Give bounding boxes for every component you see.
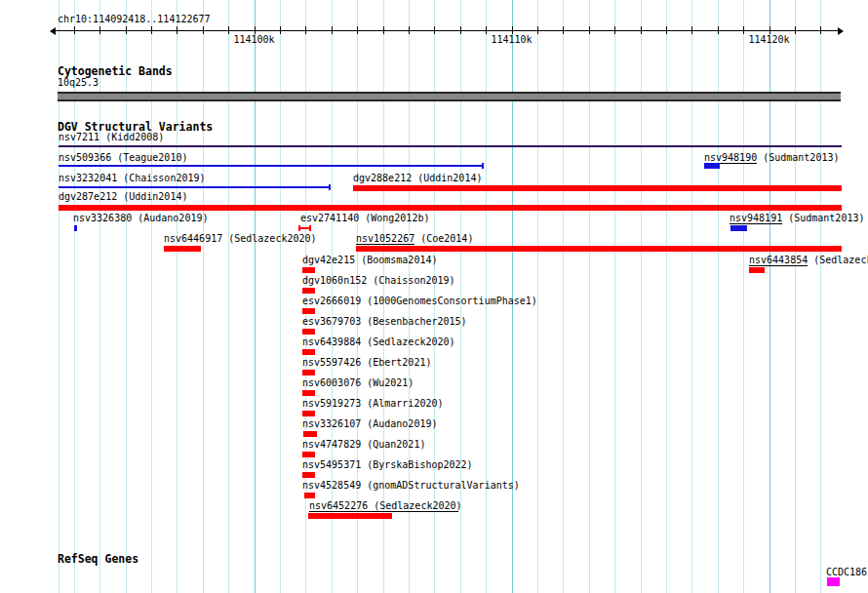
gridline-major [255,0,256,593]
ruler-tick [589,26,590,34]
variant-glyph-endcap [482,163,484,169]
ruler-tick [718,26,719,34]
variant-glyph-box[interactable] [302,390,315,396]
variant-glyph-endcap [309,225,311,231]
variant-label[interactable]: nsv3326380 (Audano2019) [73,214,208,223]
ruler-tick [691,26,692,34]
variant-glyph-box[interactable] [302,288,315,294]
ruler-tick [743,26,744,34]
variant-label[interactable]: nsv6003076 (Wu2021) [302,378,414,388]
variant-label[interactable]: nsv5597426 (Ebert2021) [302,358,431,368]
variant-glyph-box[interactable] [302,452,315,457]
variant-label[interactable]: esv2741140 (Wong2012b) [300,214,429,223]
variant-label-underline [309,511,458,512]
variant-label[interactable]: esv3679703 (Besenbacher2015) [302,317,467,327]
gridline-minor [177,0,178,593]
gridline-minor [99,0,100,593]
variant-glyph-box[interactable] [304,493,315,498]
variant-label[interactable]: nsv7211 (Kidd2008) [59,133,164,142]
ruler-tick [409,26,410,34]
ruler-tick [460,26,461,34]
variant-glyph-line[interactable] [59,165,484,167]
variant-glyph-box[interactable] [74,225,77,231]
ruler-tick [486,26,487,34]
variant-glyph-box[interactable] [704,163,720,169]
variant-glyph-box[interactable] [302,349,315,355]
cytoband-label: 10q25.3 [58,78,99,88]
variant-label[interactable]: dgv287e212 (Uddin2014) [59,192,187,202]
gridline-minor [641,0,642,593]
variant-glyph-box[interactable] [164,246,201,252]
variant-glyph-box[interactable] [749,267,765,273]
ruler-axis-line [56,30,838,31]
variant-glyph-box[interactable] [353,185,842,191]
variant-glyph-line[interactable] [59,145,842,147]
variant-glyph-box[interactable] [303,431,317,437]
variant-glyph-endcap [298,225,300,231]
cytogenetic-title: Cytogenetic Bands [58,66,173,77]
ruler-tick [641,26,642,34]
ruler-tick [126,26,127,34]
variant-label[interactable]: dgv288e212 (Uddin2014) [353,174,482,183]
variant-label-underline [749,265,808,266]
gridline-minor [280,0,281,593]
ruler-arrow-left-icon [50,27,56,35]
variant-label[interactable]: esv2666019 (1000GenomesConsortiumPhase1) [302,296,537,306]
variant-label[interactable]: nsv6446917 (Sedlazeck2020) [164,234,317,244]
ruler-tick [434,26,435,34]
gene-label[interactable]: CCDC186 [826,568,867,577]
ruler-tick-label: 114100k [233,35,274,45]
ruler-tick [537,26,538,34]
variant-label[interactable]: nsv948190 (Sudmant2013) [704,153,839,163]
variant-glyph-box[interactable] [302,308,315,314]
variant-glyph-endcap [329,184,331,190]
variant-glyph-box[interactable] [730,225,747,231]
variant-label[interactable]: nsv3326107 (Audano2019) [302,419,437,429]
gene-glyph-box[interactable] [827,577,840,586]
variant-label[interactable]: nsv3232041 (Chaisson2019) [59,174,206,183]
variant-glyph-box[interactable] [302,472,315,478]
variant-label[interactable]: nsv509366 (Teague2010) [59,153,187,163]
ruler-tick [151,26,152,34]
gridline-minor [718,0,719,593]
ruler-tick [769,26,770,34]
ruler-tick [820,26,821,34]
gridline-minor [151,0,152,593]
variant-label[interactable]: nsv1052267 (Coe2014) [356,234,473,244]
variant-label[interactable]: nsv5919273 (Almarri2020) [302,399,444,409]
variant-label[interactable]: nsv4747829 (Quan2021) [302,440,425,450]
variant-label[interactable]: nsv6439884 (Sedlazeck2020) [302,337,455,347]
variant-glyph-box[interactable] [302,329,315,335]
variant-glyph-line[interactable] [59,186,331,188]
variant-glyph-box[interactable] [302,267,315,273]
variant-label[interactable]: nsv948191 (Sudmant2013) [730,214,864,223]
variant-label[interactable]: nsv6443854 (Sedlazeck2020) [749,256,868,265]
refseq-track-title: RefSeq Genes [58,554,138,565]
ruler-tick [357,26,358,34]
ruler-tick-label: 114110k [491,35,532,45]
variant-label[interactable]: nsv4528549 (gnomADStructuralVariants) [302,481,520,491]
ruler-tick [99,26,100,34]
gridline-minor [614,0,615,593]
ruler-tick [795,26,796,34]
variant-glyph-box[interactable] [302,411,315,416]
variant-label[interactable]: nsv5495371 (ByrskaBishop2022) [302,460,473,470]
ruler-tick [512,26,513,34]
ruler-arrow-right-icon [838,27,844,35]
variant-label[interactable]: nsv6452276 (Sedlazeck2020) [309,501,462,511]
variant-glyph-box[interactable] [308,513,392,519]
variant-glyph-box[interactable] [302,370,315,376]
gridline-minor [820,0,821,593]
gridline-minor [228,0,229,593]
variant-label-underline [356,244,414,245]
ruler-tick [177,26,178,34]
variant-label[interactable]: dgv1060n152 (Chaisson2019) [302,276,455,286]
gridline-minor [589,0,590,593]
variant-glyph-box[interactable] [356,246,842,252]
ruler-tick [280,26,281,34]
ruler-tick [203,26,204,34]
variant-label[interactable]: dgv42e215 (Boomsma2014) [302,256,437,265]
ruler-tick [563,26,564,34]
gridline-minor [563,0,564,593]
variant-glyph-box[interactable] [59,205,842,211]
